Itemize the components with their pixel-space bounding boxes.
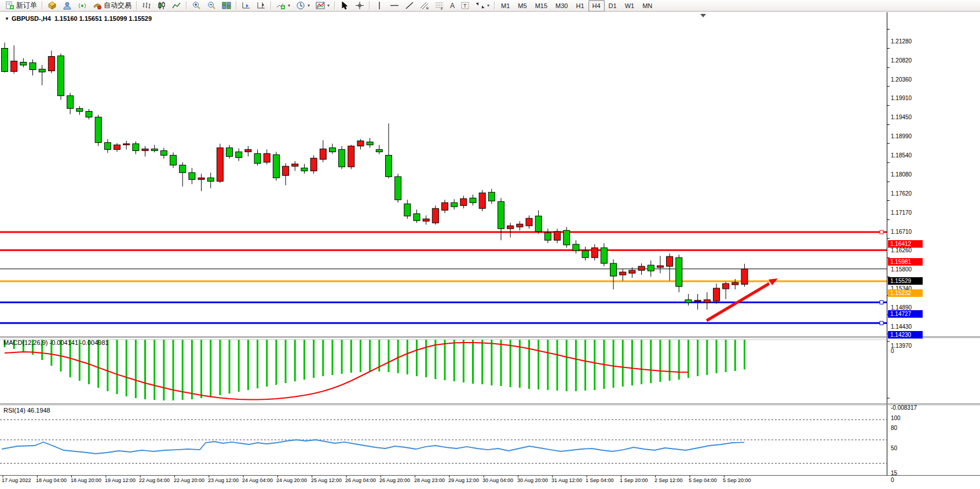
indicators-icon xyxy=(276,1,286,10)
candle xyxy=(310,155,317,174)
tf-button-M1[interactable]: M1 xyxy=(497,0,514,12)
tf-button-M30[interactable]: M30 xyxy=(551,0,572,12)
main-toolbar: 新订单 自动交易 ▾ ▾ ▾ E F A T ▾ M1M5M15M30H1H4D… xyxy=(0,0,980,12)
time-axis-label: 30 Aug 04:00 xyxy=(482,477,513,483)
line-handle[interactable] xyxy=(880,230,883,234)
tf-button-D1[interactable]: D1 xyxy=(605,0,621,12)
price-tick-label: 1.14430 xyxy=(891,323,912,330)
panel-separator[interactable] xyxy=(0,337,980,338)
arrow-objects-icon xyxy=(476,1,485,10)
tf-button-H4[interactable]: H4 xyxy=(588,0,605,12)
candle xyxy=(470,194,476,205)
zoom-out-button[interactable] xyxy=(204,0,219,12)
candle xyxy=(357,139,364,149)
price-tick-label: 1.15800 xyxy=(891,266,912,273)
time-axis-label: 26 Aug 20:00 xyxy=(379,477,410,483)
arrows-button[interactable]: ▾ xyxy=(473,0,492,12)
chart-shift-button[interactable] xyxy=(254,0,269,12)
candle xyxy=(292,161,298,171)
chevron-down-icon[interactable]: ▼ xyxy=(5,16,9,21)
price-badge-1.15529: 1.15529 xyxy=(888,277,923,285)
new-order-icon xyxy=(5,1,14,10)
caret-down-icon: ▾ xyxy=(308,3,310,8)
time-axis-label: 25 Aug 12:00 xyxy=(311,477,342,483)
caret-down-icon: ▾ xyxy=(487,3,489,8)
bar-chart-button[interactable] xyxy=(139,0,154,12)
tf-button-H1[interactable]: H1 xyxy=(572,0,588,12)
candle xyxy=(610,259,617,289)
price-tick-label: 1.20820 xyxy=(891,57,912,64)
time-axis-label: 19 Aug 12:00 xyxy=(105,477,136,483)
templates-button[interactable]: ▾ xyxy=(313,0,332,12)
horizontal-line-icon xyxy=(390,1,399,10)
panel-separator[interactable] xyxy=(0,336,980,337)
panel-separator[interactable] xyxy=(0,403,980,404)
price-tick-label: 1.20360 xyxy=(891,76,912,83)
bar-chart-icon xyxy=(142,1,151,10)
fibonacci-button[interactable]: F xyxy=(432,0,447,12)
candle xyxy=(198,174,204,191)
macd-indicator-label: MACD(12,26,9) -0.004141 -0.004981 xyxy=(3,339,109,346)
tf-button-M5[interactable]: M5 xyxy=(514,0,531,12)
candle xyxy=(657,256,663,273)
price-badge-1.14230: 1.14230 xyxy=(888,331,923,339)
zoom-in-button[interactable] xyxy=(189,0,204,12)
signal-button[interactable] xyxy=(75,0,90,12)
candle xyxy=(180,162,186,186)
candle xyxy=(723,282,729,299)
chart-plot xyxy=(0,12,980,489)
cursor-icon xyxy=(340,1,349,10)
tf-button-MN[interactable]: MN xyxy=(638,0,656,12)
crosshair-button[interactable] xyxy=(352,0,367,12)
candle xyxy=(245,146,251,156)
shift-marker-icon[interactable] xyxy=(700,14,706,17)
candle xyxy=(30,59,36,75)
candle xyxy=(573,240,579,253)
horizontal-line-button[interactable] xyxy=(387,0,402,12)
auto-scroll-button[interactable] xyxy=(239,0,254,12)
text-icon: A xyxy=(450,2,455,10)
vertical-line-button[interactable] xyxy=(372,0,387,12)
candlestick-button[interactable] xyxy=(154,0,169,12)
tf-button-W1[interactable]: W1 xyxy=(621,0,639,12)
candle xyxy=(507,223,514,237)
toolbar-separator xyxy=(270,1,272,10)
price-tick-label: 1.18080 xyxy=(891,171,912,178)
candle xyxy=(591,244,598,260)
candle xyxy=(498,198,504,240)
trendline-button[interactable] xyxy=(402,0,417,12)
equidistant-channel-icon: E xyxy=(420,1,429,10)
time-axis-label: 30 Aug 20:00 xyxy=(517,477,548,483)
text-button[interactable]: A xyxy=(447,0,458,12)
line-chart-button[interactable] xyxy=(169,0,184,12)
rsi-axis-label: 80 xyxy=(891,425,897,431)
auto-trading-button[interactable]: 自动交易 xyxy=(90,0,134,12)
time-axis-label: 5 Sep 04:00 xyxy=(689,477,717,483)
candle xyxy=(86,109,92,119)
line-handle[interactable] xyxy=(880,321,883,325)
auto-trading-icon xyxy=(93,1,102,10)
indicators-button[interactable]: ▾ xyxy=(273,0,293,12)
time-axis-label: 1 Sep 04:00 xyxy=(586,477,614,483)
toolbar-separator xyxy=(136,1,137,10)
toolbar-separator xyxy=(236,1,237,10)
text-label-button[interactable]: T xyxy=(458,0,473,12)
profile-button[interactable] xyxy=(60,0,75,12)
tile-windows-button[interactable] xyxy=(219,0,234,12)
rsi-axis-label: 0 xyxy=(891,477,894,483)
periods-button[interactable]: ▾ xyxy=(293,0,313,12)
market-watch-button[interactable] xyxy=(45,0,60,12)
rsi-name: RSI(14) xyxy=(3,407,25,414)
rsi-value: 46.1948 xyxy=(27,407,50,414)
candle xyxy=(376,145,382,154)
channel-button[interactable]: E xyxy=(417,0,432,12)
price-tick-label: 1.16260 xyxy=(891,247,912,253)
candle xyxy=(20,58,27,68)
line-chart-icon xyxy=(172,1,181,10)
panel-separator[interactable] xyxy=(0,405,980,405)
line-handle[interactable] xyxy=(880,300,883,304)
candle xyxy=(329,144,335,154)
cursor-button[interactable] xyxy=(337,0,352,12)
new-order-button[interactable]: 新订单 xyxy=(2,0,40,12)
tf-button-M15[interactable]: M15 xyxy=(531,0,551,12)
